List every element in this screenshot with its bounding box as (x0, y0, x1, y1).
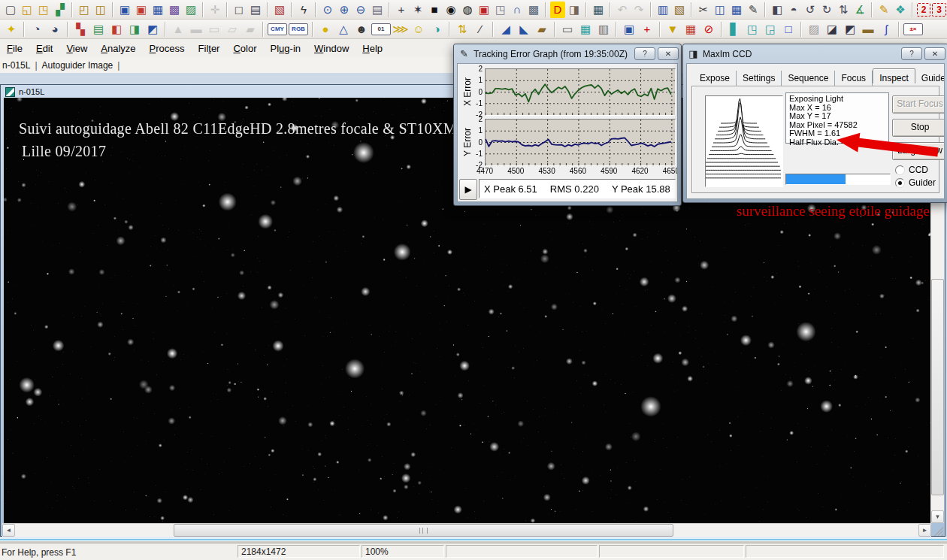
measure-angle-icon[interactable]: △ (335, 21, 352, 38)
camera-download-icon[interactable]: ◫ (93, 2, 108, 18)
magic-wand-icon[interactable]: ✦ (3, 21, 20, 38)
night-vision-icon[interactable]: ■ (427, 2, 442, 18)
smooth-1-icon[interactable]: ▱ (224, 21, 241, 38)
menu-window[interactable]: Window (307, 41, 356, 56)
pie-info-icon[interactable]: ◑ (428, 21, 445, 38)
edit-open-icon[interactable]: ◳ (36, 2, 51, 18)
day-night-mode-2-icon[interactable]: ◕ (47, 21, 63, 38)
radio-ccd[interactable]: CCD (895, 165, 928, 175)
stack-weight-icon[interactable]: ▲ (170, 21, 186, 38)
menu-plugin[interactable]: Plug-in (264, 41, 307, 56)
measure-ruler-icon[interactable]: ▭ (559, 21, 576, 38)
telescope-control-icon[interactable]: ✶ (410, 2, 425, 18)
radio-button-icon[interactable] (895, 165, 905, 175)
save-as-icon[interactable]: ▣ (134, 2, 149, 18)
radio-guider[interactable]: Guider (895, 177, 936, 188)
measure-copy-icon[interactable]: ▦ (577, 21, 594, 38)
scroll-right-button[interactable]: ► (918, 524, 931, 537)
help-button[interactable]: ? (901, 47, 922, 60)
tracking-error-graph-window[interactable]: ✎ Tracking Error Graph (from 19:35:00Z) … (453, 44, 682, 206)
tab-guide[interactable]: Guide (915, 71, 945, 86)
kill-operation-icon[interactable]: ϟ (296, 2, 311, 18)
radio-button-icon[interactable] (895, 178, 905, 188)
center-crosshair-icon[interactable]: ◉ (443, 2, 458, 18)
print-preview-icon[interactable]: ◻ (231, 2, 247, 18)
mask-tool-icon[interactable]: ☻ (353, 21, 370, 38)
scroll-left-button[interactable]: ◄ (2, 524, 15, 537)
open-recent-folder-icon[interactable]: ◰ (77, 2, 92, 18)
batch-save-icon[interactable]: ▨ (183, 2, 198, 18)
rotate-right-icon[interactable]: ↻ (819, 2, 834, 18)
bin-2x2-icon[interactable]: 2 (917, 3, 930, 17)
paste-icon[interactable]: ▧ (672, 2, 687, 18)
close-icon[interactable]: ✕ (924, 47, 945, 60)
undo-icon[interactable]: ↶ (615, 2, 630, 18)
menu-edit[interactable]: Edit (29, 41, 59, 56)
color-display-icon[interactable]: D (550, 2, 565, 18)
horizontal-scrollbar-thumb[interactable] (174, 524, 673, 537)
redo-icon[interactable]: ↷ (631, 2, 646, 18)
tab-inspect[interactable]: Inspect (873, 68, 915, 83)
magnify-window-icon[interactable]: ◍ (460, 2, 475, 18)
no-calibration-icon[interactable]: ⊘ (700, 21, 717, 38)
copy-icon[interactable]: ▥ (655, 2, 670, 18)
document-tab-n-015l[interactable]: n-015L (1, 59, 35, 72)
flatten-2-icon[interactable]: ▭ (206, 21, 222, 38)
pixel-repair-icon[interactable]: ▦ (682, 21, 699, 38)
screen-gradient-icon[interactable]: ▨ (806, 21, 822, 38)
mirror-horizontal-icon[interactable]: ◧ (770, 2, 785, 18)
rotate-180-icon[interactable]: ⇅ (836, 2, 851, 18)
close-icon[interactable]: ✕ (658, 47, 679, 60)
annotate-icon[interactable]: ✎ (746, 2, 761, 18)
new-file-icon[interactable]: ▢ (3, 2, 18, 18)
smiley-smooth-icon[interactable]: ☺ (410, 21, 427, 38)
copy-blue-channel-icon[interactable]: ◩ (144, 21, 161, 38)
free-rotate-icon[interactable]: ∡ (852, 2, 867, 18)
menu-filter[interactable]: Filter (192, 41, 227, 56)
zoom-out-icon[interactable]: ⊖ (353, 2, 368, 18)
menu-file[interactable]: File (0, 41, 29, 56)
vertical-scrollbar-thumb[interactable] (931, 279, 944, 495)
rotate-left-icon[interactable]: ↺ (803, 2, 818, 18)
properties-icon[interactable]: ▧ (272, 2, 287, 18)
day-night-mode-1-icon[interactable]: ◔ (29, 21, 45, 38)
levels-icon[interactable]: ▬ (860, 21, 876, 38)
split-tricolor-icon[interactable]: ▚ (72, 21, 89, 38)
tab-sequence[interactable]: Sequence (782, 71, 835, 86)
tile-windows-icon[interactable]: ▦ (591, 2, 606, 18)
add-item-icon[interactable]: + (639, 21, 655, 38)
smooth-2-icon[interactable]: ▰ (242, 21, 259, 38)
menu-view[interactable]: View (59, 41, 94, 56)
zoom-in-icon[interactable]: ⊕ (337, 2, 352, 18)
histogram-icon[interactable]: ▋ (726, 21, 743, 38)
help-button[interactable]: ? (634, 47, 655, 60)
menu-process[interactable]: Process (143, 41, 192, 56)
deblur-low-icon[interactable]: ◢ (498, 21, 514, 38)
measure-document-icon[interactable]: ▥ (595, 21, 612, 38)
cmy-mode-icon[interactable]: CMY (268, 23, 287, 35)
diagonal-stretch-icon[interactable]: ◩ (842, 21, 858, 38)
window-resize-grip[interactable] (931, 524, 943, 536)
combine-images-icon[interactable]: ◫ (713, 2, 728, 18)
document-tab-autoguider-image[interactable]: Autoguider Image (41, 59, 118, 72)
align-images-icon[interactable]: ▦ (729, 2, 744, 18)
copy-red-channel-icon[interactable]: ◧ (108, 21, 125, 38)
menu-analyze[interactable]: Analyze (94, 41, 142, 56)
histogram-specification-icon[interactable]: ◪ (824, 21, 840, 38)
save-icon[interactable]: ▣ (117, 2, 132, 18)
color-palette-icon[interactable]: ▤ (90, 21, 107, 38)
mirror-vertical-icon[interactable]: ◓ (786, 2, 801, 18)
zoom-tool-icon[interactable]: ⊙ (320, 2, 335, 18)
deblur-high-icon[interactable]: ◣ (516, 21, 532, 38)
copy-green-channel-icon[interactable]: ◨ (126, 21, 143, 38)
maxim-window-titlebar[interactable]: ◨ MaxIm CCD ? ✕ (685, 46, 945, 62)
line-tool-icon[interactable]: ∕ (472, 21, 489, 38)
deblur-custom-icon[interactable]: ▰ (534, 21, 550, 38)
open-file-icon[interactable]: ◱ (20, 2, 35, 18)
scroll-graph-button[interactable]: ▶ (459, 179, 477, 200)
maxim-ccd-window[interactable]: ◨ MaxIm CCD ? ✕ ExposeSettingsSequenceFo… (682, 44, 947, 203)
pixel-math-icon[interactable]: ±× (903, 23, 923, 35)
graph-window-icon[interactable]: ∩ (510, 2, 525, 18)
screen-stretch-icon[interactable]: ▤ (370, 2, 385, 18)
crop-icon[interactable]: ✂ (696, 2, 711, 18)
